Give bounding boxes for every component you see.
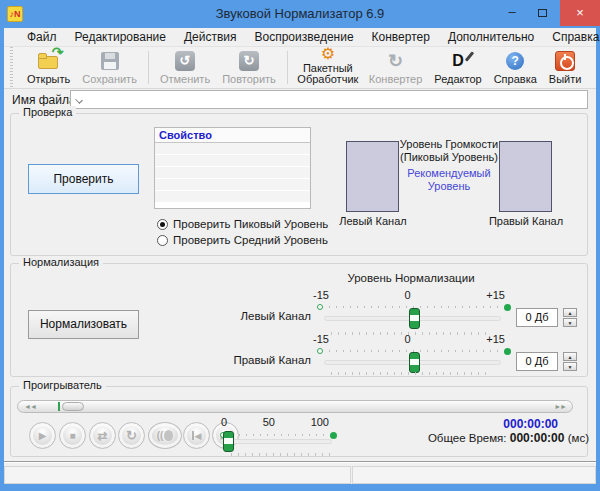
- repeat-button[interactable]: [118, 422, 145, 449]
- min-limit-icon: [317, 348, 323, 354]
- app-window: ♪N Звуковой Нормализатор 6.9 – × Файл Ре…: [0, 0, 600, 491]
- stop-button[interactable]: [59, 422, 86, 449]
- menu-edit[interactable]: Редактирование: [66, 28, 175, 46]
- right-slider-scale: -15 0 +15: [313, 333, 505, 345]
- save-button[interactable]: Сохранить: [76, 47, 143, 88]
- table-row: [155, 179, 310, 191]
- exit-icon: [555, 50, 575, 72]
- shuffle-button[interactable]: [89, 422, 116, 449]
- table-row: [155, 167, 310, 179]
- min-limit-icon: [317, 304, 323, 310]
- menu-help[interactable]: Справка: [543, 28, 600, 46]
- current-time: 000:00:00: [311, 417, 558, 431]
- open-folder-icon: ↷: [38, 50, 60, 72]
- batch-gear-icon: ⚙: [321, 47, 335, 61]
- check-button[interactable]: Проверить: [28, 164, 139, 194]
- left-slider-scale: -15 0 +15: [313, 289, 505, 301]
- recommended-level-link-1[interactable]: Рекомендуемый: [396, 167, 502, 180]
- player-section: Проигрыватель ◄◄ ►► 0 50 100 000:00:00: [10, 386, 588, 457]
- menu-extra[interactable]: Дополнительно: [439, 28, 543, 46]
- volume-button[interactable]: [148, 422, 182, 449]
- toolbar-gripper: [10, 47, 13, 88]
- left-db-up-button[interactable]: ▲: [563, 308, 577, 317]
- minimize-button[interactable]: –: [500, 2, 524, 24]
- open-button[interactable]: ↷ Открыть: [21, 47, 76, 88]
- scale-min: -15: [313, 333, 329, 345]
- maximize-button[interactable]: [530, 2, 554, 24]
- total-time-value: 000:00:00: [510, 431, 565, 445]
- toolbar: ↷ Открыть Сохранить ↺ Отменить ↻ Повтори…: [4, 47, 596, 89]
- volume-bottom-ticks: [231, 453, 331, 456]
- play-button[interactable]: [29, 422, 56, 449]
- normalize-button[interactable]: Нормализовать: [28, 310, 139, 339]
- chevron-down-icon: [75, 96, 83, 104]
- right-db-up-button[interactable]: ▲: [563, 352, 577, 361]
- redo-icon: ↻: [239, 50, 259, 72]
- title-bar: ♪N Звуковой Нормализатор 6.9 – ×: [0, 0, 600, 28]
- menu-bar: Файл Редактирование Действия Воспроизвед…: [4, 28, 596, 47]
- seek-back-icon[interactable]: ◄◄: [24, 402, 36, 412]
- left-channel-meter: [346, 141, 399, 212]
- status-divider-highlight: [4, 462, 596, 463]
- max-limit-icon: [504, 348, 511, 355]
- right-channel-label: Правый Канал: [481, 215, 571, 227]
- editor-button[interactable]: D Редактор: [428, 47, 487, 88]
- total-time-row: Общее Время: 000:00:00 (мс): [311, 431, 589, 445]
- undo-icon: ↺: [175, 50, 195, 72]
- normalization-level-title: Уровень Нормализации: [311, 272, 511, 284]
- seek-bar[interactable]: ◄◄ ►►: [17, 400, 573, 413]
- right-channel-slider-label: Правый Канал: [191, 354, 311, 366]
- menu-playback[interactable]: Воспроизведение: [246, 28, 363, 46]
- seek-forward-icon[interactable]: ►►: [554, 402, 566, 412]
- menu-converter[interactable]: Конвертер: [363, 28, 439, 46]
- volume-scale-50: 50: [263, 416, 275, 428]
- left-db-down-button[interactable]: ▼: [563, 318, 577, 327]
- right-db-down-button[interactable]: ▼: [563, 362, 577, 371]
- exit-button[interactable]: Выйти: [543, 47, 588, 88]
- scale-max: +15: [486, 289, 505, 301]
- left-channel-label: Левый Канал: [328, 215, 418, 227]
- normalize-section: Нормализация Нормализовать Уровень Норма…: [10, 263, 588, 377]
- batch-processor-button[interactable]: ⚙ Пакетный Обработчик: [293, 47, 363, 88]
- save-icon: [101, 50, 119, 72]
- previous-track-button[interactable]: [183, 422, 210, 449]
- help-button[interactable]: ? Справка: [488, 47, 543, 88]
- property-table[interactable]: Свойство: [154, 127, 311, 209]
- right-channel-slider-thumb[interactable]: [409, 352, 420, 373]
- scale-mid: 0: [405, 289, 411, 301]
- left-db-field[interactable]: 0 Дб: [516, 308, 558, 327]
- total-time-unit: (мс): [568, 432, 589, 444]
- undo-button[interactable]: ↺ Отменить: [154, 47, 216, 88]
- scale-max: +15: [486, 333, 505, 345]
- close-button[interactable]: ×: [560, 0, 600, 26]
- left-channel-slider-thumb[interactable]: [409, 308, 420, 329]
- seek-position-marker: [58, 402, 60, 411]
- radio-unchecked-icon: [157, 235, 168, 246]
- help-icon: ?: [506, 50, 524, 72]
- property-table-header: Свойство: [155, 128, 310, 143]
- table-row: [155, 155, 310, 167]
- max-limit-icon: [504, 304, 511, 311]
- menu-actions[interactable]: Действия: [175, 28, 246, 46]
- right-slider-bottom-ticks: [331, 372, 491, 375]
- file-name-combobox[interactable]: [70, 90, 588, 109]
- scale-mid: 0: [405, 333, 411, 345]
- status-panel-right: [352, 466, 596, 484]
- recommended-level-link-2[interactable]: Уровень: [396, 180, 502, 193]
- player-legend: Проигрыватель: [19, 379, 106, 391]
- seek-thumb[interactable]: [62, 402, 84, 411]
- total-time-label: Общее Время:: [428, 432, 507, 444]
- radio-average-level[interactable]: Проверить Средний Уровень: [157, 234, 328, 246]
- radio-peak-level[interactable]: Проверить Пиковый Уровень: [157, 218, 328, 230]
- redo-button[interactable]: ↻ Повторить: [216, 47, 282, 88]
- status-panel-left: [4, 466, 351, 484]
- right-channel-meter: [499, 141, 552, 212]
- volume-slider-thumb[interactable]: [223, 431, 234, 452]
- left-channel-slider-label: Левый Канал: [191, 310, 311, 322]
- check-legend: Проверка: [19, 106, 76, 118]
- right-db-field[interactable]: 0 Дб: [516, 352, 558, 371]
- toolbar-separator: [287, 51, 288, 84]
- toolbar-separator: [148, 51, 149, 84]
- converter-button[interactable]: ↻ Конвертер: [363, 47, 428, 88]
- meter-captions: Уровень Громкости (Пиковый Уровень) Реко…: [396, 138, 502, 193]
